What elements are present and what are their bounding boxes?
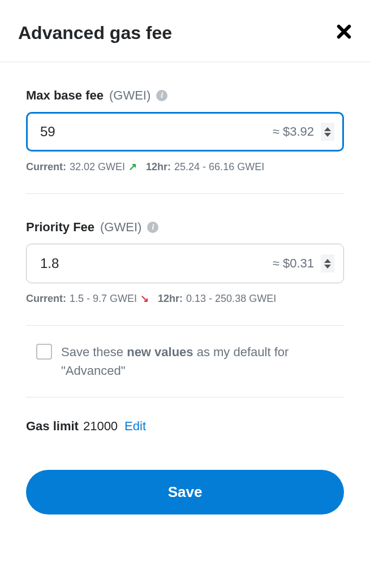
advanced-gas-fee-modal: Advanced gas fee Max base fee (GWEI) i ≈… <box>0 0 370 588</box>
priority-fee-input[interactable] <box>40 256 266 271</box>
chevron-up-icon[interactable] <box>324 127 331 131</box>
max-base-fee-input[interactable] <box>40 124 266 140</box>
max-base-fee-stepper[interactable] <box>321 123 334 141</box>
info-icon[interactable]: i <box>147 222 158 233</box>
info-icon[interactable]: i <box>156 90 167 101</box>
current-value: 32.02 GWEI <box>70 161 125 173</box>
current-label: Current: <box>26 293 66 305</box>
priority-fee-usd: ≈ $0.31 <box>273 256 314 271</box>
gas-limit-row: Gas limit 21000 Edit <box>26 397 344 434</box>
gas-limit-edit-link[interactable]: Edit <box>124 419 146 434</box>
max-base-fee-stats: Current: 32.02 GWEI ↗ 12hr: 25.24 - 66.1… <box>26 161 344 173</box>
modal-footer: Save <box>0 434 370 537</box>
save-button[interactable]: Save <box>26 470 344 514</box>
priority-fee-label: Priority Fee <box>26 220 94 235</box>
max-base-fee-label: Max base fee <box>26 88 104 103</box>
modal-header: Advanced gas fee <box>0 0 370 62</box>
trend-down-icon: ↘ <box>140 292 149 305</box>
gas-limit-value: 21000 <box>83 419 118 434</box>
save-default-text: Save these new values as my default for … <box>61 343 344 380</box>
save-default-checkbox[interactable] <box>36 344 52 360</box>
chevron-down-icon[interactable] <box>324 133 331 137</box>
priority-fee-unit: (GWEI) <box>100 220 141 235</box>
max-base-fee-unit: (GWEI) <box>109 88 150 103</box>
range12-label: 12hr: <box>158 293 183 305</box>
current-label: Current: <box>26 161 66 173</box>
priority-fee-label-row: Priority Fee (GWEI) i <box>26 220 344 235</box>
range12-value: 25.24 - 66.16 GWEI <box>174 161 264 173</box>
close-icon[interactable] <box>336 24 352 42</box>
modal-title: Advanced gas fee <box>18 23 172 44</box>
save-default-prefix: Save these <box>61 345 127 359</box>
save-default-section: Save these new values as my default for … <box>26 326 344 397</box>
current-value: 1.5 - 9.7 GWEI <box>70 293 137 305</box>
max-base-fee-input-box[interactable]: ≈ $3.92 <box>26 112 344 152</box>
max-base-fee-label-row: Max base fee (GWEI) i <box>26 88 344 103</box>
gas-limit-label: Gas limit <box>26 419 79 434</box>
priority-fee-input-box[interactable]: ≈ $0.31 <box>26 244 344 283</box>
max-base-fee-section: Max base fee (GWEI) i ≈ $3.92 Current: 3… <box>26 62 344 194</box>
chevron-down-icon[interactable] <box>324 265 331 269</box>
range12-value: 0.13 - 250.38 GWEI <box>186 293 276 305</box>
chevron-up-icon[interactable] <box>324 259 331 263</box>
priority-fee-section: Priority Fee (GWEI) i ≈ $0.31 Current: 1… <box>26 194 344 326</box>
priority-fee-stepper[interactable] <box>321 254 334 273</box>
save-default-bold: new values <box>127 345 193 359</box>
priority-fee-stats: Current: 1.5 - 9.7 GWEI ↘ 12hr: 0.13 - 2… <box>26 292 344 305</box>
modal-content: Max base fee (GWEI) i ≈ $3.92 Current: 3… <box>0 62 370 434</box>
trend-up-icon: ↗ <box>128 161 137 173</box>
range12-label: 12hr: <box>146 161 171 173</box>
max-base-fee-usd: ≈ $3.92 <box>273 124 314 139</box>
